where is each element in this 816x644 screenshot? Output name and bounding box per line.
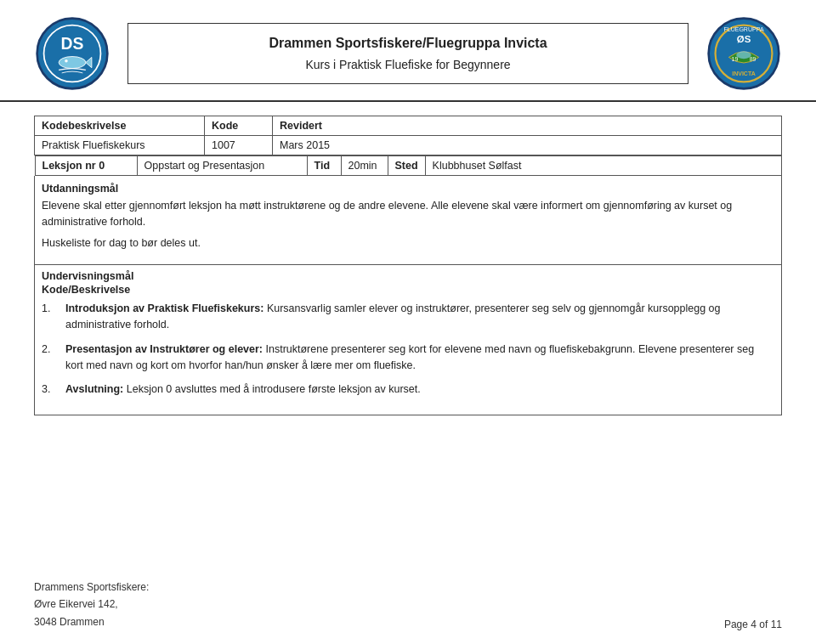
footer-line2: Øvre Eikervei 142, bbox=[34, 596, 149, 613]
header-title: Drammen Sportsfiskere/Fluegruppa Invicta bbox=[154, 36, 662, 51]
logo-right: FLUEGRUPPA ØS 19 89 INVICTA bbox=[706, 15, 782, 92]
tid-value: 20min bbox=[341, 156, 388, 176]
tid-label: Tid bbox=[307, 156, 341, 176]
utdanningsmal-label: Utdanningsmål bbox=[42, 183, 774, 195]
logo-left: DS bbox=[34, 15, 110, 92]
footer-line3: 3048 Drammen bbox=[34, 613, 149, 630]
svg-text:19: 19 bbox=[732, 56, 739, 62]
main-content: Kodebeskrivelse Kode Revidert Praktisk F… bbox=[0, 116, 816, 415]
leksjon-label: Leksjon nr 0 bbox=[35, 156, 137, 176]
goal-text-3: Avslutning: Leksjon 0 avsluttes med å in… bbox=[65, 381, 774, 398]
svg-text:DS: DS bbox=[61, 34, 84, 53]
kodebeskrivelse-value: Praktisk Fluefiskekurs bbox=[35, 136, 205, 155]
goal-bold-3: Avslutning: bbox=[65, 383, 123, 395]
goal-num-2: 2. bbox=[42, 342, 65, 374]
kode-beskrivelse-subheader: Kode/Beskrivelse bbox=[42, 284, 774, 296]
footer-line1: Drammens Sportsfiskere: bbox=[34, 579, 149, 596]
table-row-headers: Kodebeskrivelse Kode Revidert bbox=[35, 116, 782, 136]
svg-point-13 bbox=[736, 51, 751, 59]
goal-item-3: 3. Avslutning: Leksjon 0 avsluttes med å… bbox=[42, 381, 774, 398]
info-table: Kodebeskrivelse Kode Revidert Praktisk F… bbox=[34, 116, 782, 176]
utdanningsmal-section: Utdanningsmål Elevene skal etter gjennom… bbox=[34, 176, 782, 265]
goal-bold-2: Presentasjon av Instruktører og elever: bbox=[65, 343, 263, 355]
page: DS Drammen Sportsfiskere/Fluegruppa Invi… bbox=[0, 0, 816, 644]
goal-rest-3: Leksjon 0 avsluttes med å introdusere fø… bbox=[123, 383, 420, 395]
table-row-values: Praktisk Fluefiskekurs 1007 Mars 2015 bbox=[35, 136, 782, 155]
utdanningsmal-text2: Huskeliste for dag to bør deles ut. bbox=[42, 235, 774, 251]
svg-point-5 bbox=[65, 59, 68, 63]
svg-text:INVICTA: INVICTA bbox=[732, 71, 756, 76]
goal-num-1: 1. bbox=[42, 301, 65, 333]
footer: Drammens Sportsfiskere: Øvre Eikervei 14… bbox=[34, 579, 782, 630]
goal-bold-1: Introduksjon av Praktisk Fluefiskekurs: bbox=[65, 302, 264, 314]
header: DS Drammen Sportsfiskere/Fluegruppa Invi… bbox=[0, 0, 816, 102]
goal-text-1: Introduksjon av Praktisk Fluefiskekurs: … bbox=[65, 301, 774, 333]
table-row-leksjon: Leksjon nr 0 Oppstart og Presentasjon Ti… bbox=[35, 155, 782, 177]
goal-num-3: 3. bbox=[42, 381, 65, 398]
svg-point-3 bbox=[59, 57, 86, 69]
svg-text:89: 89 bbox=[750, 56, 756, 62]
utdanningsmal-text1: Elevene skal etter gjennomført leksjon h… bbox=[42, 198, 774, 230]
undervisningsmal-section: Undervisningsmål Kode/Beskrivelse 1. Int… bbox=[34, 265, 782, 415]
svg-text:ØS: ØS bbox=[737, 34, 751, 44]
footer-address: Drammens Sportsfiskere: Øvre Eikervei 14… bbox=[34, 579, 149, 630]
goal-item-1: 1. Introduksjon av Praktisk Fluefiskekur… bbox=[42, 301, 774, 333]
oppstart-value: Oppstart og Presentasjon bbox=[137, 156, 307, 176]
svg-point-0 bbox=[37, 19, 108, 89]
header-subtitle: Kurs i Praktisk Fluefiske for Begynnere bbox=[154, 58, 662, 71]
sted-value: Klubbhuset Sølfast bbox=[425, 156, 781, 176]
goal-item-2: 2. Presentasjon av Instruktører og eleve… bbox=[42, 342, 774, 374]
undervisningsmal-header: Undervisningsmål bbox=[42, 270, 774, 282]
kode-header: Kode bbox=[205, 116, 273, 136]
revidert-value: Mars 2015 bbox=[273, 136, 782, 155]
svg-text:FLUEGRUPPA: FLUEGRUPPA bbox=[723, 26, 763, 32]
revidert-header: Revidert bbox=[273, 116, 782, 136]
goal-text-2: Presentasjon av Instruktører og elever: … bbox=[65, 342, 774, 374]
kodebeskrivelse-header: Kodebeskrivelse bbox=[35, 116, 205, 136]
sted-label: Sted bbox=[388, 156, 425, 176]
footer-page-info: Page 4 of 11 bbox=[724, 619, 782, 630]
kode-value: 1007 bbox=[205, 136, 273, 155]
header-center: Drammen Sportsfiskere/Fluegruppa Invicta… bbox=[128, 23, 688, 84]
